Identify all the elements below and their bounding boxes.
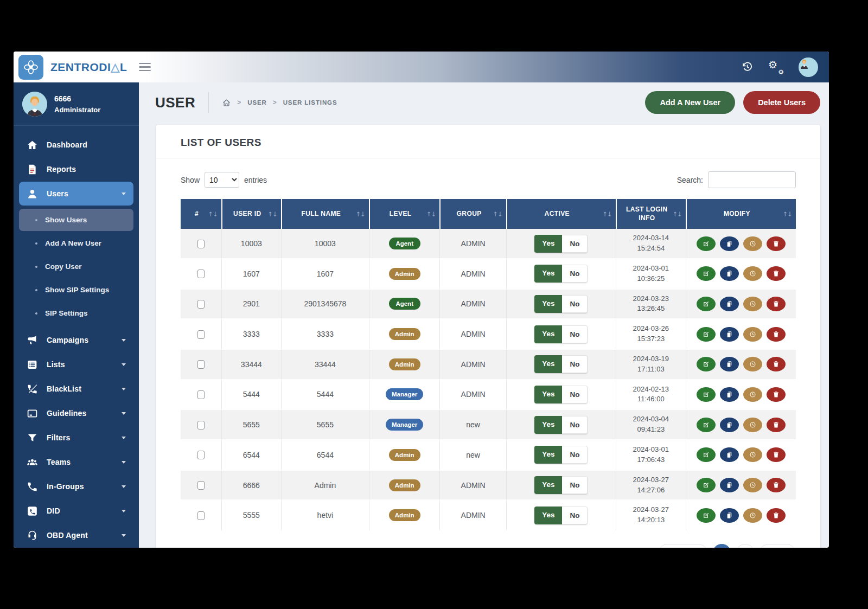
- history-icon[interactable]: [742, 61, 753, 73]
- history-user-button[interactable]: [743, 447, 762, 462]
- row-checkbox[interactable]: [197, 390, 205, 399]
- copy-user-button[interactable]: [720, 297, 739, 311]
- sidebar-item-in-groups[interactable]: In-Groups: [19, 475, 133, 498]
- previous-page-button[interactable]: Previous: [658, 544, 709, 548]
- column-header-full-name[interactable]: FULL NAME↑↓: [281, 199, 369, 229]
- history-user-button[interactable]: [743, 266, 762, 281]
- active-yes-button[interactable]: Yes: [534, 416, 562, 434]
- sidebar-item-campaigns[interactable]: Campaigns: [19, 328, 133, 352]
- sort-icon[interactable]: ↑↓: [673, 210, 682, 218]
- sidebar-item-did[interactable]: DID: [19, 499, 133, 523]
- delete-users-button[interactable]: Delete Users: [743, 91, 820, 114]
- active-no-button[interactable]: No: [562, 446, 588, 464]
- delete-user-button[interactable]: [767, 508, 786, 523]
- history-user-button[interactable]: [743, 418, 762, 432]
- home-icon[interactable]: [222, 98, 231, 107]
- row-checkbox[interactable]: [197, 330, 205, 339]
- sidebar-item-users[interactable]: Users: [19, 182, 133, 206]
- column-header-last-login-info[interactable]: LAST LOGIN INFO↑↓: [616, 199, 686, 229]
- profile-avatar[interactable]: [22, 92, 47, 117]
- sort-icon[interactable]: ↑↓: [426, 210, 436, 218]
- active-yes-button[interactable]: Yes: [534, 295, 562, 313]
- history-user-button[interactable]: [743, 236, 762, 251]
- delete-user-button[interactable]: [767, 478, 786, 492]
- copy-user-button[interactable]: [720, 418, 739, 432]
- edit-user-button[interactable]: [697, 266, 716, 281]
- history-user-button[interactable]: [743, 387, 762, 402]
- active-yes-button[interactable]: Yes: [534, 446, 562, 464]
- edit-user-button[interactable]: [697, 297, 716, 311]
- sort-icon[interactable]: ↑↓: [602, 210, 611, 218]
- history-user-button[interactable]: [743, 478, 762, 492]
- active-no-button[interactable]: No: [562, 386, 588, 403]
- edit-user-button[interactable]: [697, 387, 716, 402]
- copy-user-button[interactable]: [720, 327, 739, 342]
- sort-icon[interactable]: ↑↓: [493, 210, 502, 218]
- sidebar-subitem-sip-settings[interactable]: SIP Settings: [19, 302, 133, 324]
- page-number-button-2[interactable]: 2: [736, 544, 755, 548]
- edit-user-button[interactable]: [697, 478, 716, 492]
- delete-user-button[interactable]: [767, 266, 786, 281]
- history-user-button[interactable]: [743, 297, 762, 311]
- edit-user-button[interactable]: [697, 357, 716, 371]
- copy-user-button[interactable]: [720, 508, 739, 523]
- delete-user-button[interactable]: [767, 297, 786, 311]
- sidebar-item-obd-agent[interactable]: OBD Agent: [19, 523, 133, 547]
- sidebar-item-lists[interactable]: Lists: [19, 352, 133, 376]
- column-header-[interactable]: #↑↓: [181, 199, 221, 229]
- row-checkbox[interactable]: [197, 300, 205, 309]
- row-checkbox[interactable]: [197, 451, 205, 459]
- copy-user-button[interactable]: [720, 266, 739, 281]
- sidebar-item-filters[interactable]: Filters: [19, 426, 133, 450]
- breadcrumb-item-user-listings[interactable]: USER LISTINGS: [283, 99, 337, 106]
- edit-user-button[interactable]: [697, 327, 716, 342]
- next-page-button[interactable]: Next: [759, 544, 796, 548]
- active-yes-button[interactable]: Yes: [534, 355, 562, 373]
- entries-select[interactable]: 10: [205, 172, 239, 188]
- column-header-modify[interactable]: MODIFY↑↓: [686, 199, 796, 229]
- row-checkbox[interactable]: [197, 360, 205, 369]
- active-yes-button[interactable]: Yes: [534, 265, 562, 283]
- sort-icon[interactable]: ↑↓: [356, 210, 365, 218]
- edit-user-button[interactable]: [697, 447, 716, 462]
- row-checkbox[interactable]: [197, 270, 205, 278]
- active-no-button[interactable]: No: [562, 235, 588, 253]
- hamburger-menu-icon[interactable]: [139, 61, 151, 74]
- brand-logo[interactable]: [18, 55, 43, 80]
- delete-user-button[interactable]: [767, 418, 786, 432]
- edit-user-button[interactable]: [697, 508, 716, 523]
- active-yes-button[interactable]: Yes: [534, 476, 562, 494]
- column-header-active[interactable]: ACTIVE↑↓: [506, 199, 616, 229]
- active-no-button[interactable]: No: [562, 476, 588, 494]
- copy-user-button[interactable]: [720, 236, 739, 251]
- column-header-level[interactable]: LEVEL↑↓: [369, 199, 439, 229]
- sort-icon[interactable]: ↑↓: [208, 210, 218, 218]
- breadcrumb-item-user[interactable]: USER: [247, 99, 267, 106]
- user-avatar[interactable]: [799, 57, 818, 77]
- history-user-button[interactable]: [743, 508, 762, 523]
- row-checkbox[interactable]: [197, 240, 205, 248]
- sort-icon[interactable]: ↑↓: [268, 210, 277, 218]
- active-no-button[interactable]: No: [562, 355, 588, 373]
- edit-user-button[interactable]: [697, 418, 716, 432]
- copy-user-button[interactable]: [720, 387, 739, 402]
- active-no-button[interactable]: No: [562, 416, 588, 434]
- row-checkbox[interactable]: [197, 511, 205, 520]
- sidebar-item-guidelines[interactable]: Guidelines: [19, 401, 133, 425]
- add-new-user-button[interactable]: Add A New User: [645, 91, 735, 114]
- delete-user-button[interactable]: [767, 387, 786, 402]
- sidebar-item-blacklist[interactable]: BlackList: [19, 377, 133, 401]
- sidebar-subitem-show-users[interactable]: Show Users: [19, 209, 133, 231]
- sort-icon[interactable]: ↑↓: [783, 210, 792, 218]
- history-user-button[interactable]: [743, 357, 762, 371]
- edit-user-button[interactable]: [697, 236, 716, 251]
- active-yes-button[interactable]: Yes: [534, 325, 562, 343]
- active-no-button[interactable]: No: [562, 295, 588, 313]
- delete-user-button[interactable]: [767, 357, 786, 371]
- active-no-button[interactable]: No: [562, 265, 588, 283]
- row-checkbox[interactable]: [197, 421, 205, 429]
- history-user-button[interactable]: [743, 327, 762, 342]
- active-yes-button[interactable]: Yes: [534, 507, 562, 524]
- sidebar-item-reports[interactable]: Reports: [19, 157, 133, 181]
- page-number-button-1[interactable]: 1: [712, 544, 731, 548]
